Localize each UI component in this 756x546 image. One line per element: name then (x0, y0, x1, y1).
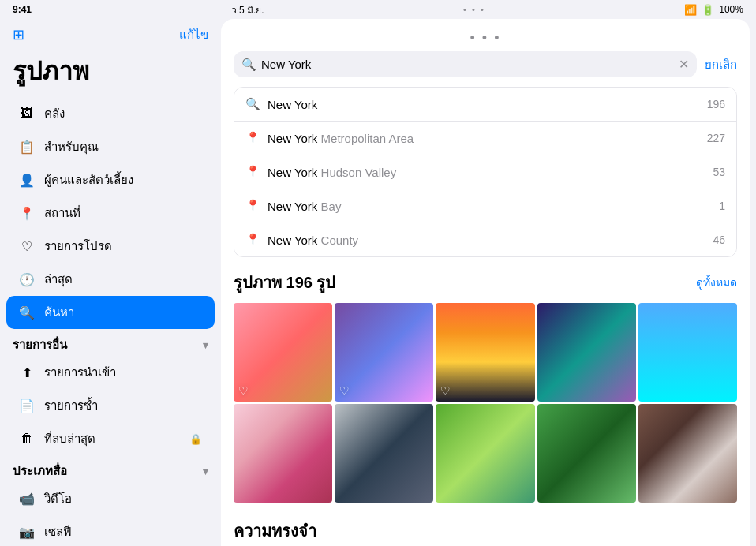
people-icon: 👤 (19, 173, 35, 188)
sidebar-title: รูปภาพ (0, 47, 221, 97)
status-bar: 9:41 ว 5 มิ.ย. • • • 📶 🔋 100% (0, 0, 756, 19)
status-date: ว 5 มิ.ย. (231, 2, 264, 17)
sidebar-item-label: สถานที่ (44, 204, 80, 223)
sidebar-edit-button[interactable]: แก้ไข (179, 25, 208, 44)
sidebar-item-foryou[interactable]: 📋 สำหรับคุณ (6, 130, 215, 163)
view-all-link[interactable]: ดูทั้งหมด (696, 274, 737, 291)
trash-icon: 🗑 (19, 432, 35, 446)
photos-section-title: รูปภาพ 196 รูป (234, 270, 335, 295)
search-bar: 🔍 ✕ (234, 51, 697, 77)
heart-icon: ♡ (440, 384, 451, 397)
wifi-icon: 📶 (684, 4, 697, 16)
places-icon: 📍 (19, 206, 35, 221)
sidebar-item-search[interactable]: 🔍 ค้นหา (6, 296, 215, 329)
search-icon: 🔍 (241, 58, 256, 72)
suggestion-item[interactable]: 🔍 New York 196 (234, 88, 736, 122)
sidebar-item-label: ที่ลบล่าสุด (44, 429, 95, 448)
library-icon: 🖼 (19, 107, 35, 121)
status-center: • • • (463, 5, 485, 14)
suggestion-item[interactable]: 📍 New York Metropolitan Area 227 (234, 122, 736, 155)
suggestion-text: New York Metropolitan Area (268, 132, 699, 145)
suggestion-item[interactable]: 📍 New York Bay 1 (234, 189, 736, 223)
sidebar-section-other: รายการอื่น ▾ (0, 329, 221, 356)
suggestion-text: New York Bay (268, 200, 711, 213)
photo-cell[interactable]: ♡ (234, 303, 332, 402)
duplicates-icon: 📄 (19, 398, 35, 413)
sidebar-item-people[interactable]: 👤 ผู้คนและสัตว์เลี้ยง (6, 163, 215, 196)
favorites-icon: ♡ (19, 239, 35, 254)
sidebar-item-label: รายการนำเข้า (44, 363, 116, 382)
location-suggestion-icon: 📍 (245, 233, 260, 247)
suggestion-text: New York Hudson Valley (268, 166, 705, 179)
lock-icon: 🔒 (189, 433, 202, 445)
photo-cell[interactable] (537, 303, 636, 402)
photo-cell[interactable] (436, 404, 534, 503)
sidebar-item-recent[interactable]: 🕐 ล่าสุด (6, 263, 215, 296)
search-input[interactable] (261, 58, 674, 71)
suggestion-item[interactable]: 📍 New York County 46 (234, 223, 736, 256)
sidebar-item-label: ค้นหา (44, 303, 74, 322)
search-clear-button[interactable]: ✕ (679, 57, 689, 72)
memories-section: ความทรงจำ West Orange & New York 14 ก.ค.… (234, 518, 737, 546)
sidebar-item-label: รายการซ้ำ (44, 396, 98, 415)
foryou-icon: 📋 (19, 140, 35, 155)
chevron-down-icon: ▾ (203, 466, 208, 477)
photo-cell[interactable]: ♡ (436, 303, 534, 402)
chevron-down-icon: ▾ (203, 339, 208, 351)
sidebar-toggle-button[interactable]: ⊞ (13, 26, 24, 43)
cancel-button[interactable]: ยกเลิก (705, 55, 737, 74)
photos-section-header: รูปภาพ 196 รูป ดูทั้งหมด (234, 270, 737, 295)
photo-cell[interactable] (537, 404, 636, 503)
sidebar-item-library[interactable]: 🖼 คลัง (6, 97, 215, 130)
suggestion-item[interactable]: 📍 New York Hudson Valley 53 (234, 155, 736, 189)
location-suggestion-icon: 📍 (245, 199, 260, 213)
suggestion-text: New York County (268, 234, 705, 247)
sidebar: ⊞ แก้ไข รูปภาพ 🖼 คลัง 📋 สำหรับคุณ 👤 ผู้ค… (0, 19, 221, 546)
memories-section-title: ความทรงจำ (234, 518, 316, 544)
photo-grid: ♡ ♡ ♡ (234, 303, 737, 503)
section-media-label: ประเภทสื่อ (13, 462, 67, 481)
suggestion-count: 196 (707, 98, 725, 110)
suggestion-count: 227 (707, 132, 725, 144)
suggestion-count: 53 (713, 166, 725, 178)
sidebar-item-duplicates[interactable]: 📄 รายการซ้ำ (6, 389, 215, 422)
status-dots: • • • (463, 5, 485, 14)
sidebar-nav: 🖼 คลัง 📋 สำหรับคุณ 👤 ผู้คนและสัตว์เลี้ยง… (0, 97, 221, 329)
photo-cell[interactable]: ♡ (335, 303, 433, 402)
suggestion-list: 🔍 New York 196 📍 New York Metropolitan A… (234, 87, 737, 257)
location-suggestion-icon: 📍 (245, 165, 260, 179)
sidebar-header: ⊞ แก้ไข (0, 19, 221, 47)
sidebar-item-label: คลัง (44, 104, 65, 123)
photo-cell[interactable] (638, 404, 737, 503)
import-icon: ⬆ (19, 365, 35, 380)
search-icon: 🔍 (19, 305, 35, 320)
sidebar-item-label: ล่าสุด (44, 270, 73, 289)
recent-icon: 🕐 (19, 272, 35, 287)
sidebar-item-favorites[interactable]: ♡ รายการโปรด (6, 230, 215, 263)
content-area: • • • 🔍 ✕ ยกเลิก 🔍 New York 196 📍 New Yo… (221, 19, 750, 546)
sidebar-item-label: ผู้คนและสัตว์เลี้ยง (44, 170, 133, 189)
top-dots: • • • (234, 28, 737, 51)
suggestion-count: 1 (719, 200, 725, 212)
suggestion-count: 46 (713, 234, 725, 246)
search-suggestion-icon: 🔍 (245, 97, 260, 111)
heart-icon: ♡ (339, 384, 350, 397)
sidebar-item-label: เซลฟี (44, 522, 72, 541)
sidebar-item-video[interactable]: 📹 วิดีโอ (6, 482, 215, 515)
photo-cell[interactable] (638, 303, 737, 402)
main-container: ⊞ แก้ไข รูปภาพ 🖼 คลัง 📋 สำหรับคุณ 👤 ผู้ค… (0, 19, 756, 546)
location-suggestion-icon: 📍 (245, 131, 260, 145)
sidebar-item-label: สำหรับคุณ (44, 137, 99, 156)
sidebar-item-selfie[interactable]: 📷 เซลฟี (6, 515, 215, 546)
suggestion-text: New York (268, 98, 699, 111)
sidebar-item-import[interactable]: ⬆ รายการนำเข้า (6, 356, 215, 389)
sidebar-item-places[interactable]: 📍 สถานที่ (6, 196, 215, 230)
photo-cell[interactable] (335, 404, 433, 503)
search-bar-row: 🔍 ✕ ยกเลิก (234, 51, 737, 77)
memories-section-header: ความทรงจำ (234, 518, 737, 544)
sidebar-item-label: รายการโปรด (44, 237, 112, 256)
sidebar-item-deleted[interactable]: 🗑 ที่ลบล่าสุด 🔒 (6, 422, 215, 455)
status-time: 9:41 (13, 4, 32, 15)
section-other-label: รายการอื่น (13, 335, 67, 354)
photo-cell[interactable] (234, 404, 332, 503)
